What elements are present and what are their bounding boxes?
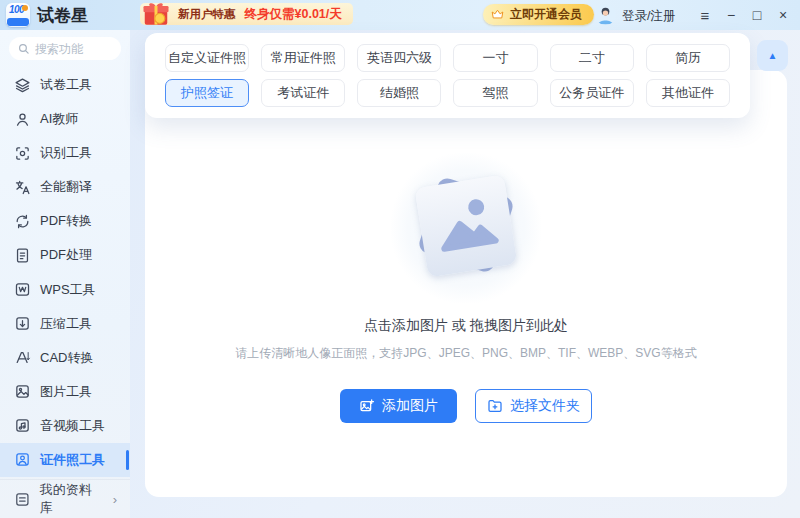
active-indicator: [126, 450, 129, 470]
sidebar-item-label: 图片工具: [40, 383, 92, 401]
sidebar-item-compress-tools[interactable]: 压缩工具: [0, 307, 130, 341]
avatar-icon: [595, 4, 616, 25]
gift-icon: [141, 0, 171, 29]
tab-common-id-photo[interactable]: 常用证件照: [261, 44, 345, 72]
sidebar: 试卷工具 AI教师 识别工具 全能翻译 PDF转换 PDF处理: [0, 30, 130, 518]
triangle-up-icon: ▲: [768, 50, 778, 61]
sidebar-item-translate[interactable]: 全能翻译: [0, 170, 130, 204]
title-bar: 100 试卷星 新用户特惠 终身仅需¥0.01/天 立即开通会员: [0, 0, 800, 30]
wps-icon: [14, 281, 31, 298]
maximize-button[interactable]: □: [744, 2, 770, 28]
crown-icon: [490, 7, 505, 22]
search-icon: [17, 42, 30, 55]
sidebar-item-label: PDF转换: [40, 212, 92, 230]
sidebar-item-pdf-process[interactable]: PDF处理: [0, 238, 130, 272]
tab-two-inch[interactable]: 二寸: [550, 44, 634, 72]
sidebar-item-label: PDF处理: [40, 246, 92, 264]
upload-dropzone[interactable]: 点击添加图片 或 拖拽图片到此处 请上传清晰地人像正面照，支持JPG、JPEG、…: [145, 70, 787, 497]
sidebar-item-label: CAD转换: [40, 349, 93, 367]
tab-passport-visa[interactable]: 护照签证: [165, 79, 249, 107]
app-title: 试卷星: [37, 4, 88, 27]
tab-driver-license[interactable]: 驾照: [453, 79, 537, 107]
media-tools-icon: [14, 417, 31, 434]
sidebar-search[interactable]: [9, 37, 121, 60]
sidebar-item-wps-tools[interactable]: WPS工具: [0, 272, 130, 306]
compress-icon: [14, 315, 31, 332]
close-button[interactable]: ×: [770, 2, 796, 28]
add-image-button[interactable]: 添加图片: [340, 389, 457, 423]
open-membership-button[interactable]: 立即开通会员: [483, 4, 594, 25]
logo-swirl-icon: [22, 5, 28, 11]
sidebar-item-label: AI教师: [40, 110, 78, 128]
upload-hint: 请上传清晰地人像正面照，支持JPG、JPEG、PNG、BMP、TIF、WEBP、…: [145, 345, 787, 362]
library-icon: [14, 491, 31, 508]
sidebar-item-label: 音视频工具: [40, 417, 105, 435]
sidebar-item-pdf-convert[interactable]: PDF转换: [0, 204, 130, 238]
add-image-icon: [359, 398, 375, 414]
sidebar-item-label: 压缩工具: [40, 315, 92, 333]
sidebar-item-label: 证件照工具: [40, 451, 105, 469]
ai-teacher-icon: [14, 111, 31, 128]
pdf-convert-icon: [14, 213, 31, 230]
folder-add-icon: [487, 398, 503, 414]
collapse-panel-button[interactable]: ▲: [757, 40, 788, 71]
select-folder-button[interactable]: 选择文件夹: [475, 389, 592, 423]
new-user-promo-banner[interactable]: 新用户特惠 终身仅需¥0.01/天: [140, 3, 353, 25]
sidebar-item-label: 全能翻译: [40, 178, 92, 196]
sidebar-item-cad-convert[interactable]: CAD转换: [0, 341, 130, 375]
sidebar-item-label: 试卷工具: [40, 76, 92, 94]
tab-exam-credential[interactable]: 考试证件: [261, 79, 345, 107]
add-image-label: 添加图片: [382, 397, 438, 415]
tab-one-inch[interactable]: 一寸: [453, 44, 537, 72]
upload-card: 点击添加图片 或 拖拽图片到此处 请上传清晰地人像正面照，支持JPG、JPEG、…: [145, 70, 787, 497]
promo-price: 终身仅需¥0.01/天: [245, 6, 342, 23]
menu-icon[interactable]: ≡: [692, 2, 718, 28]
sidebar-item-id-photo-tools[interactable]: 证件照工具: [0, 443, 130, 477]
upload-title: 点击添加图片 或 拖拽图片到此处: [145, 317, 787, 335]
window-controls: ≡ − □ ×: [692, 2, 796, 28]
logo-ribbon: [7, 18, 29, 26]
id-photo-icon: [14, 451, 31, 468]
membership-button-label: 立即开通会员: [510, 6, 582, 23]
sidebar-nav: 试卷工具 AI教师 识别工具 全能翻译 PDF转换 PDF处理: [0, 65, 130, 477]
tab-resume[interactable]: 简历: [646, 44, 730, 72]
user-avatar[interactable]: [595, 4, 616, 25]
image-placeholder-icon: [391, 153, 541, 303]
main-area: 点击添加图片 或 拖拽图片到此处 请上传清晰地人像正面照，支持JPG、JPEG、…: [130, 30, 800, 518]
sidebar-item-ai-teacher[interactable]: AI教师: [0, 102, 130, 136]
sidebar-item-image-tools[interactable]: 图片工具: [0, 375, 130, 409]
cad-convert-icon: [14, 349, 31, 366]
chevron-right-icon: ›: [113, 492, 117, 507]
app-window: 100 试卷星 新用户特惠 终身仅需¥0.01/天 立即开通会员: [0, 0, 800, 518]
minimize-button[interactable]: −: [718, 2, 744, 28]
image-tools-icon: [14, 383, 31, 400]
tab-civil-servant[interactable]: 公务员证件: [550, 79, 634, 107]
tab-cet[interactable]: 英语四六级: [357, 44, 441, 72]
upload-actions: 添加图片 选择文件夹: [145, 389, 787, 423]
login-register-link[interactable]: 登录/注册: [622, 8, 675, 25]
tab-marriage-photo[interactable]: 结婚照: [357, 79, 441, 107]
pdf-process-icon: [14, 247, 31, 264]
sidebar-item-my-library[interactable]: 我的资料库 ›: [0, 480, 130, 518]
search-input[interactable]: [35, 42, 113, 56]
promo-title: 新用户特惠: [178, 7, 236, 22]
sidebar-item-recognize-tools[interactable]: 识别工具: [0, 136, 130, 170]
placeholder-front-square: [415, 175, 518, 278]
select-folder-label: 选择文件夹: [510, 397, 580, 415]
sidebar-item-label: WPS工具: [40, 281, 96, 299]
tab-custom-id-photo[interactable]: 自定义证件照: [165, 44, 249, 72]
translate-icon: [14, 179, 31, 196]
sidebar-item-media-tools[interactable]: 音视频工具: [0, 409, 130, 443]
sidebar-item-exam-tools[interactable]: 试卷工具: [0, 68, 130, 102]
app-logo: 100 试卷星: [6, 3, 88, 27]
recognize-icon: [14, 145, 31, 162]
tab-other-credential[interactable]: 其他证件: [646, 79, 730, 107]
placeholder-photo-glyph: [428, 188, 504, 264]
sidebar-item-label: 识别工具: [40, 144, 92, 162]
category-dropdown-panel: 自定义证件照 常用证件照 英语四六级 一寸 二寸 简历 护照签证 考试证件 结婚…: [145, 33, 750, 118]
app-logo-icon: 100: [6, 3, 30, 27]
sidebar-item-label: 我的资料库: [40, 481, 104, 517]
layers-icon: [14, 77, 31, 94]
